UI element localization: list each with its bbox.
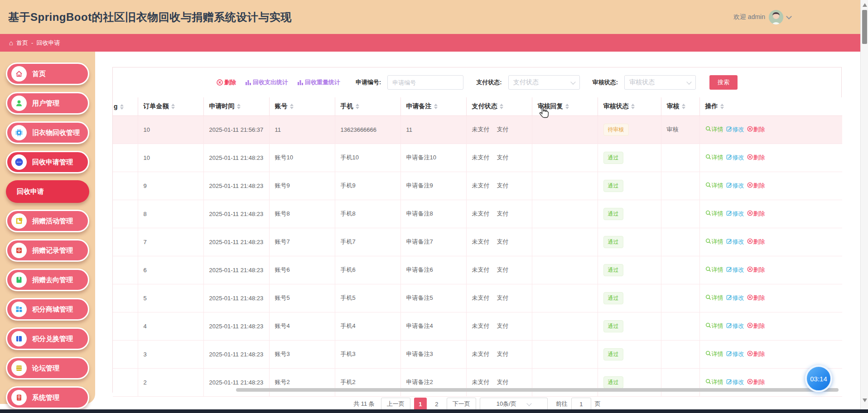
scroll-down-arrow-icon[interactable] [863,399,867,402]
sort-caret-icon[interactable] [237,104,241,109]
edit-button[interactable]: 修改 [726,266,744,274]
audit-link[interactable]: 审核 [667,126,679,133]
pay-link[interactable]: 支付 [497,379,509,385]
sidebar-item-捐赠去向管理[interactable]: 捐赠去向管理 [6,269,89,291]
detail-button[interactable]: 详情 [705,182,723,190]
clock-widget[interactable]: 03:14 [805,365,832,392]
cell-apply-time: 2025-01-11 21:48:23 [203,340,269,368]
sidebar-item-捐赠活动管理[interactable]: 捐赠活动管理 [6,210,89,232]
edit-button[interactable]: 修改 [726,350,744,358]
sidebar-item-label: 积分兑换管理 [32,335,73,343]
delete-button[interactable]: 删除 [747,322,765,330]
pay-link[interactable]: 支付 [497,210,509,217]
sidebar-item-回收申请管理[interactable]: 回收申请管理 [6,151,89,173]
breadcrumb-home[interactable]: 首页 [16,39,28,47]
detail-button[interactable]: 详情 [705,154,723,162]
sidebar-item-用户管理[interactable]: 用户管理 [6,92,89,115]
pay-link[interactable]: 支付 [497,182,509,189]
detail-button[interactable]: 详情 [705,210,723,218]
pay-link[interactable]: 支付 [497,322,509,329]
column-header-申请时间[interactable]: 申请时间 [203,97,269,115]
sort-caret-icon[interactable] [682,104,685,109]
sort-caret-icon[interactable] [631,104,635,109]
column-header-审核回复[interactable]: 审核回复 [532,97,598,115]
delete-button[interactable]: 删除 [747,350,765,358]
edit-button[interactable]: 修改 [726,322,744,330]
stat-expense-link[interactable]: 回收支出统计 [245,78,288,86]
delete-button[interactable]: 删除 [747,154,765,162]
vertical-scrollbar-thumb[interactable] [862,10,867,44]
pay-link[interactable]: 支付 [497,126,509,133]
column-header-操作[interactable]: 操作 [699,97,842,115]
sort-caret-icon[interactable] [565,104,569,109]
column-header-订单金额[interactable]: 订单金额 [138,97,203,115]
pay-link[interactable]: 支付 [497,351,509,357]
sidebar-subitem-回收申请[interactable]: 回收申请 [6,180,89,203]
page-size-select[interactable]: 10条/页 [480,398,548,410]
delete-button[interactable]: 删除 [747,294,765,302]
edit-button[interactable]: 修改 [726,210,744,218]
detail-button[interactable]: 详情 [705,350,723,358]
sort-caret-icon[interactable] [500,104,503,109]
edit-button[interactable]: 修改 [726,378,744,386]
filter-label-audit-status: 审核状态: [593,78,618,86]
delete-button[interactable]: 删除 [747,210,765,218]
prev-page-button[interactable]: 上一页 [381,398,410,410]
column-header-申请备注[interactable]: 申请备注 [400,97,466,115]
detail-button[interactable]: 详情 [705,266,723,274]
apply-no-input[interactable] [387,75,463,90]
sidebar-item-积分商城管理[interactable]: 积分商城管理 [6,298,89,321]
goto-page-input[interactable] [571,398,591,410]
delete-button[interactable]: 删除 [747,125,765,134]
batch-delete-button[interactable]: 删除 [217,78,236,86]
detail-button[interactable]: 详情 [705,238,723,246]
sidebar-item-旧衣物回收管理[interactable]: 旧衣物回收管理 [6,121,89,144]
audit-status-select[interactable]: 审核状态 [624,75,696,90]
horizontal-scrollbar-thumb[interactable] [236,388,839,392]
sidebar-item-论坛管理[interactable]: 论坛管理 [6,357,89,379]
user-menu[interactable]: 欢迎 admin [733,10,791,24]
delete-button[interactable]: 删除 [747,266,765,274]
detail-button[interactable]: 详情 [705,294,723,302]
next-page-button[interactable]: 下一页 [447,398,476,410]
scroll-up-arrow-icon[interactable] [863,3,867,7]
column-header-支付状态[interactable]: 支付状态 [466,97,532,115]
page-number-1[interactable]: 1 [414,398,427,410]
column-header-审核[interactable]: 审核 [661,97,699,115]
vertical-scrollbar[interactable] [860,0,868,413]
edit-button[interactable]: 修改 [726,125,744,134]
sort-caret-icon[interactable] [290,104,294,109]
delete-button[interactable]: 删除 [747,238,765,246]
sidebar-item-捐赠记录管理[interactable]: 捐赠记录管理 [6,239,89,262]
sidebar-item-系统管理[interactable]: 系统管理 [6,386,89,409]
pay-link[interactable]: 支付 [497,266,509,273]
sort-caret-icon[interactable] [720,104,724,109]
pay-link[interactable]: 支付 [497,154,509,161]
stat-weight-link[interactable]: 回收重量统计 [297,78,340,86]
detail-button[interactable]: 详情 [705,378,723,386]
page-number-2[interactable]: 2 [430,398,443,410]
column-header-账号[interactable]: 账号 [269,97,335,115]
sort-caret-icon[interactable] [171,104,175,109]
pay-link[interactable]: 支付 [497,294,509,301]
detail-button[interactable]: 详情 [705,125,723,134]
delete-button[interactable]: 删除 [747,378,765,386]
edit-button[interactable]: 修改 [726,154,744,162]
sort-caret-icon[interactable] [120,104,124,110]
column-header-审核状态[interactable]: 审核状态 [598,97,661,115]
column-header-手机[interactable]: 手机 [335,97,400,115]
edit-button[interactable]: 修改 [726,294,744,302]
sort-caret-icon[interactable] [356,104,359,109]
detail-button[interactable]: 详情 [705,322,723,330]
sidebar-item-积分兑换管理[interactable]: 积分兑换管理 [6,327,89,350]
edit-button[interactable]: 修改 [726,182,744,190]
pay-link[interactable]: 支付 [497,238,509,245]
delete-button[interactable]: 删除 [747,182,765,190]
column-header-g[interactable]: g [113,97,138,115]
avatar[interactable] [769,10,783,24]
sort-caret-icon[interactable] [434,104,438,109]
edit-button[interactable]: 修改 [726,238,744,246]
search-button[interactable]: 搜索 [709,75,738,90]
pay-status-select[interactable]: 支付状态 [508,75,580,90]
sidebar-item-首页[interactable]: 首页 [6,62,89,85]
